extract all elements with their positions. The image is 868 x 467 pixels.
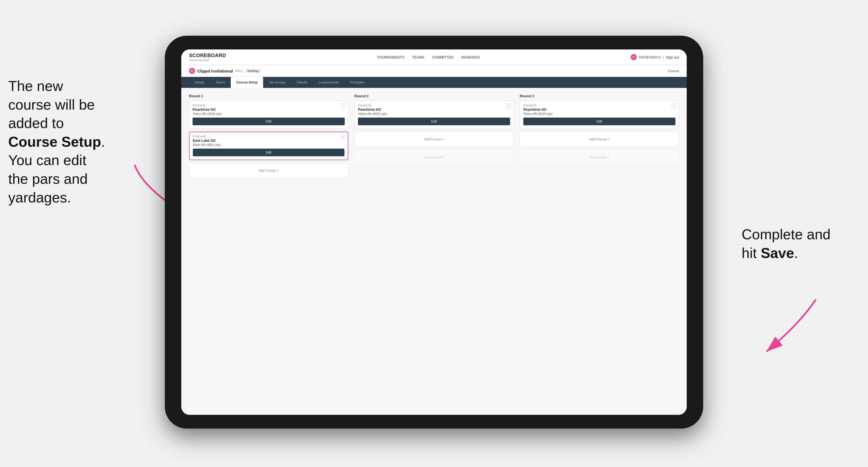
cancel-button[interactable]: Cancel [668,69,679,73]
round-3-course-a-tee: Yellow (M) (6629 yds) [523,112,676,115]
round-1-add-course-button[interactable]: Add Course + [189,163,348,178]
separator: | [663,55,663,59]
tablet-frame: SCOREBOARD Powered by clippd TOURNAMENTS… [165,36,703,429]
nav-link-teams[interactable]: TEAMS [412,55,424,59]
tab-results[interactable]: Results [291,77,313,88]
nav-link-tournaments[interactable]: TOURNAMENTS [377,55,404,59]
user-avatar: B [631,54,637,60]
tab-details[interactable]: Details [189,77,210,88]
tab-printables[interactable]: Printables [344,77,370,88]
round-3-add-course-button[interactable]: Add Course + [520,132,679,147]
rounds-grid: Round 1 × (Course A) Peachtree GC Yellow… [189,94,679,181]
nav-links: TOURNAMENTS TEAMS COMMITTEE RANKINGS [377,55,480,59]
nav-link-rankings[interactable]: RANKINGS [461,55,480,59]
round-2-course-a-tee: Yellow (M) (6629 yds) [358,112,510,115]
nav-link-committee[interactable]: COMMITTEE [432,55,454,59]
tournament-title: C Clippd Invitational (Men) Hosting [189,68,261,74]
round-2-course-a-card: × (Course A) Peachtree GC Yellow (M) (66… [354,101,514,129]
round-3-course-a-delete[interactable]: × [672,103,677,108]
round-3-course-a-name: Peachtree GC [523,107,676,112]
main-content: Round 1 × (Course A) Peachtree GC Yellow… [181,88,687,415]
tab-teams[interactable]: Teams [210,77,231,88]
round-1-course-a-label: (Course A) [192,104,345,107]
round-1-course-b-delete[interactable]: × [341,134,346,139]
round-2-course-a-label: (Course A) [358,104,510,107]
round-1-column: Round 1 × (Course A) Peachtree GC Yellow… [189,94,348,181]
round-2-course-a-name: Peachtree GC [358,107,510,112]
arrow-right [750,297,821,357]
round-3-add-course-disabled: Add Course + [520,150,679,165]
round-2-add-course-disabled: Add Course + [354,150,514,165]
tabs-bar: Details Teams Course Setup Tee Groups Re… [181,77,687,88]
round-1-course-b-card: × (Course B) East Lake GC Black (M) (689… [189,132,348,160]
round-1-course-a-card: × (Course A) Peachtree GC Yellow (M) (66… [189,101,348,129]
round-1-course-b-label: (Course B) [193,135,344,138]
annotation-left: The new course will be added to Course S… [8,77,140,207]
tab-course-setup[interactable]: Course Setup [231,77,263,88]
round-1-course-a-edit-button[interactable]: Edit [192,118,345,125]
tablet-screen: SCOREBOARD Powered by clippd TOURNAMENTS… [181,50,687,415]
tournament-name: Clippd Invitational [197,69,233,73]
annotation-right: Complete and hit Save. [742,225,857,262]
user-email: blair@clippd.io [639,55,661,59]
round-3-header: Round 3 [520,94,679,98]
round-3-course-a-label: (Course A) [523,104,676,107]
round-1-course-b-edit-button[interactable]: Edit [193,149,344,156]
round-1-course-a-name: Peachtree GC [192,107,345,112]
round-1-course-b-tee: Black (M) (6891 yds) [193,143,344,147]
round-1-course-a-delete[interactable]: × [341,103,346,108]
clippd-logo: C [189,68,195,74]
round-1-course-b-name: East Lake GC [193,138,344,143]
round-2-column: Round 2 × (Course A) Peachtree GC Yellow… [354,94,514,181]
round-3-course-a-card: × (Course A) Peachtree GC Yellow (M) (66… [520,101,679,129]
round-2-course-a-delete[interactable]: × [506,103,511,108]
nav-right: B blair@clippd.io | Sign out [631,54,679,60]
round-2-course-a-edit-button[interactable]: Edit [358,118,510,125]
tab-leaderboards[interactable]: Leaderboards [313,77,344,88]
brand-sub: Powered by clippd [189,59,226,62]
round-1-header: Round 1 [189,94,348,98]
round-3-course-a-edit-button[interactable]: Edit [523,118,676,125]
top-nav: SCOREBOARD Powered by clippd TOURNAMENTS… [181,50,687,65]
round-2-add-course-button[interactable]: Add Course + [354,132,514,147]
tab-tee-groups[interactable]: Tee Groups [263,77,291,88]
round-2-header: Round 2 [354,94,514,98]
tournament-gender: (Men) [235,69,243,72]
sign-out-link[interactable]: Sign out [666,55,679,59]
round-1-course-a-tee: Yellow (M) (6629 yds) [192,112,345,115]
nav-brand: SCOREBOARD Powered by clippd [189,53,226,62]
brand-logo: SCOREBOARD [189,53,226,59]
hosting-badge: Hosting [245,69,261,73]
round-3-column: Round 3 × (Course A) Peachtree GC Yellow… [520,94,679,181]
tournament-bar: C Clippd Invitational (Men) Hosting Canc… [181,65,687,77]
